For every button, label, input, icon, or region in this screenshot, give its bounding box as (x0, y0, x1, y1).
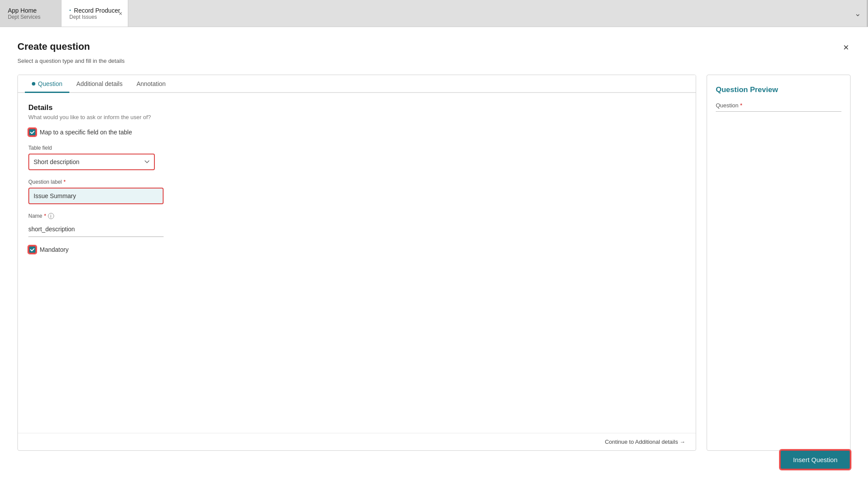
insert-question-button[interactable]: Insert Question (780, 450, 851, 470)
tab-active-dot: • (69, 8, 71, 13)
map-field-checkbox[interactable] (28, 128, 36, 136)
tab-app-home-subtitle: Dept Services (8, 14, 53, 20)
tab-annotation[interactable]: Annotation (130, 75, 173, 93)
dialog-body: Question Additional details Annotation D… (17, 75, 851, 451)
tab-bar: App Home Dept Services • Record Producer… (0, 0, 868, 27)
tab-overflow-chevron[interactable]: ⌄ (854, 9, 861, 18)
preview-input-line (716, 111, 841, 112)
tab-additional-label: Additional details (76, 80, 123, 87)
question-label-input[interactable] (28, 188, 164, 204)
tab-app-home-title: App Home (8, 7, 53, 14)
table-field-label: Table field (28, 145, 685, 151)
name-field-input[interactable] (28, 222, 164, 237)
right-panel: Question Preview Question * (707, 75, 851, 451)
question-label-required: * (64, 179, 66, 185)
tab-question-label: Question (38, 80, 62, 87)
dialog-close-button[interactable]: × (841, 41, 851, 54)
tab-question[interactable]: Question (25, 75, 69, 93)
main-content: Create question × Select a question type… (0, 27, 868, 480)
bottom-bar: Insert Question (780, 450, 851, 470)
name-field-info-icon[interactable]: i (48, 213, 54, 219)
tab-annotation-label: Annotation (137, 80, 166, 87)
preview-question-label: Question * (716, 102, 841, 109)
tab-question-dot (32, 82, 35, 86)
table-field-select[interactable]: Short description Description Priority C… (28, 154, 155, 170)
name-field-required: * (44, 213, 46, 219)
section-description: What would you like to ask or inform the… (28, 114, 685, 120)
dialog-title: Create question (17, 41, 90, 52)
name-field-label: Name * i (28, 213, 685, 219)
dialog-header: Create question × (17, 41, 851, 54)
form-footer: Continue to Additional details → (18, 433, 696, 450)
preview-required-star: * (740, 102, 742, 109)
mandatory-checkbox-row: Mandatory (28, 246, 685, 254)
table-field-group: Table field Short description Descriptio… (28, 145, 685, 170)
map-field-checkbox-row: Map to a specific field on the table (28, 128, 685, 136)
name-field-group: Name * i (28, 213, 685, 237)
left-panel: Question Additional details Annotation D… (17, 75, 696, 451)
form-tab-nav: Question Additional details Annotation (18, 75, 696, 93)
continue-link[interactable]: Continue to Additional details → (605, 439, 685, 445)
section-title: Details (28, 103, 685, 112)
tab-close-button[interactable]: × (116, 10, 124, 17)
tab-record-producer[interactable]: • Record Producer Dept Issues × (61, 0, 128, 27)
question-label-group: Question label * (28, 179, 685, 204)
tab-record-producer-subtitle: Dept Issues (69, 14, 120, 20)
mandatory-label: Mandatory (40, 246, 68, 253)
dialog-subtitle: Select a question type and fill in the d… (17, 58, 851, 64)
preview-title: Question Preview (716, 86, 841, 94)
question-label-label: Question label * (28, 179, 685, 185)
tab-app-home[interactable]: App Home Dept Services (0, 0, 61, 27)
tab-record-producer-title: Record Producer (74, 7, 120, 14)
mandatory-checkbox[interactable] (28, 246, 36, 254)
form-scroll-area: Details What would you like to ask or in… (18, 93, 696, 433)
map-field-label: Map to a specific field on the table (40, 129, 132, 136)
tab-additional-details[interactable]: Additional details (69, 75, 130, 93)
